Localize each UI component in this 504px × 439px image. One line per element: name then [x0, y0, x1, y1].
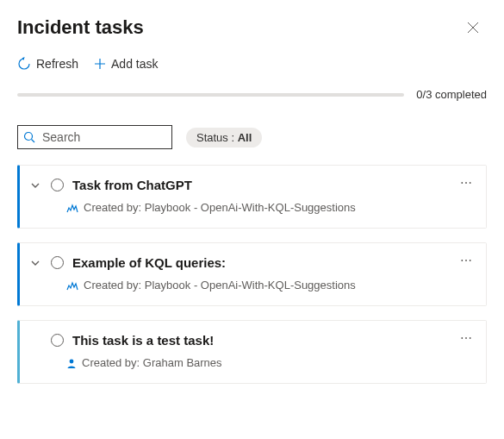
- svg-point-0: [25, 133, 33, 141]
- task-status-toggle[interactable]: [51, 179, 64, 191]
- add-task-label: Add task: [111, 57, 158, 71]
- task-created-by: Created by: Graham Barnes: [82, 356, 222, 369]
- search-icon: [23, 131, 35, 143]
- add-task-button[interactable]: Add task: [94, 57, 158, 71]
- plus-icon: [94, 58, 106, 70]
- more-actions-button[interactable]: ⋯: [460, 254, 474, 267]
- expand-toggle[interactable]: [30, 180, 42, 191]
- chevron-down-icon: [30, 258, 40, 268]
- expand-toggle[interactable]: [30, 258, 42, 268]
- task-title: Task from ChatGPT: [72, 178, 192, 192]
- close-icon: [467, 22, 479, 34]
- status-filter-value: All: [238, 131, 252, 144]
- more-actions-button[interactable]: ⋯: [460, 176, 474, 190]
- task-created-by: Created by: Playbook - OpenAi-With-KQL-S…: [84, 201, 356, 214]
- task-status-toggle[interactable]: [51, 256, 64, 269]
- task-card: ⋯ This task is a test task! Created by: …: [17, 320, 487, 384]
- user-icon: [66, 358, 77, 368]
- chevron-down-icon: [30, 180, 40, 191]
- refresh-label: Refresh: [36, 57, 78, 71]
- playbook-icon: [66, 203, 78, 213]
- playbook-icon: [66, 280, 78, 291]
- refresh-icon: [17, 57, 31, 71]
- search-input[interactable]: [40, 129, 166, 145]
- more-actions-button[interactable]: ⋯: [460, 331, 474, 345]
- status-filter-prefix: Status :: [196, 131, 238, 144]
- task-status-toggle[interactable]: [51, 334, 64, 347]
- close-button[interactable]: [459, 14, 487, 41]
- svg-line-1: [32, 140, 35, 143]
- task-card: ⋯ Example of KQL queries: Created by: Pl…: [17, 242, 487, 306]
- progress-bar: [17, 93, 404, 97]
- task-title: Example of KQL queries:: [72, 255, 226, 270]
- page-title: Incident tasks: [17, 16, 144, 39]
- progress-text: 0/3 completed: [416, 88, 487, 101]
- task-card: ⋯ Task from ChatGPT Created by: Playbook…: [17, 165, 487, 229]
- search-box[interactable]: [17, 125, 172, 149]
- task-created-by: Created by: Playbook - OpenAi-With-KQL-S…: [84, 279, 356, 292]
- status-filter[interactable]: Status : All: [186, 128, 262, 147]
- svg-point-2: [70, 359, 74, 363]
- refresh-button[interactable]: Refresh: [17, 57, 78, 71]
- task-title: This task is a test task!: [72, 333, 214, 348]
